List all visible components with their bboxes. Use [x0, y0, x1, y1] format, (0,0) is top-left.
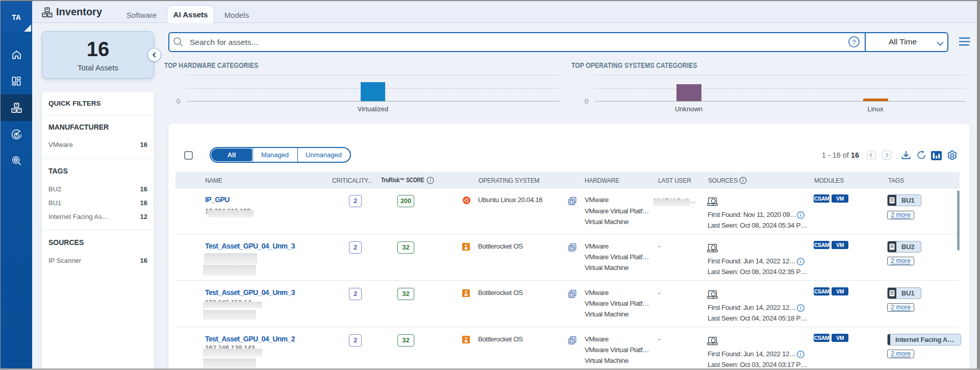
svg-text:?: ? — [852, 38, 856, 46]
